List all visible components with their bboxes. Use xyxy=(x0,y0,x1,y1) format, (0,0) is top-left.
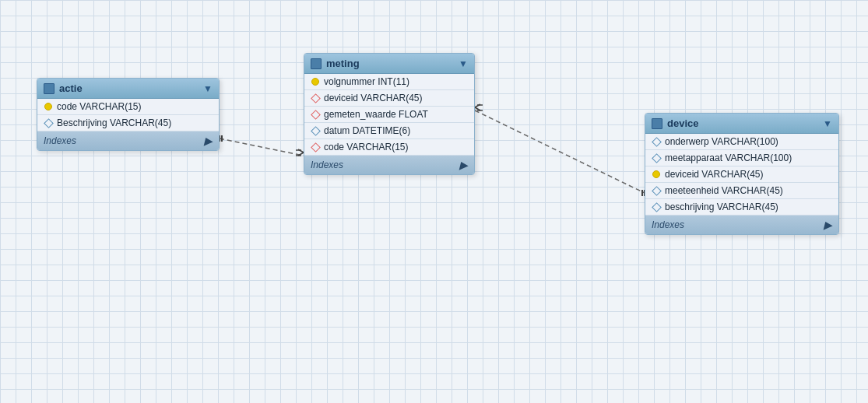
meting-indexes[interactable]: Indexes ▶ xyxy=(304,156,474,174)
device-field-deviceid: deviceid VARCHAR(45) xyxy=(645,166,838,183)
diamond-icon-3 xyxy=(311,110,320,119)
actie-code-text: code VARCHAR(15) xyxy=(57,101,141,112)
meting-header[interactable]: meting ▼ xyxy=(304,54,474,74)
device-table: device ▼ onderwerp VARCHAR(100) meetappa… xyxy=(645,113,839,235)
meting-volgnummer-text: volgnummer INT(11) xyxy=(324,76,409,87)
meting-field-gemeten-waarde: gemeten_waarde FLOAT xyxy=(304,107,474,123)
diamond-icon-2 xyxy=(311,93,320,103)
device-indexes-label: Indexes xyxy=(652,219,684,230)
diamond-icon-4 xyxy=(311,126,320,135)
diamond-icon-6 xyxy=(652,137,661,146)
svg-line-11 xyxy=(475,107,480,110)
svg-line-0 xyxy=(220,138,304,156)
actie-chevron[interactable]: ▼ xyxy=(203,83,213,94)
actie-table: actie ▼ code VARCHAR(15) Beschrijving VA… xyxy=(37,78,220,151)
actie-indexes-label: Indexes xyxy=(44,135,76,146)
meting-table-icon xyxy=(311,58,322,69)
key-icon-2 xyxy=(311,77,320,86)
key-icon xyxy=(44,102,53,111)
actie-title: actie xyxy=(59,82,83,94)
meting-title: meting xyxy=(326,58,360,69)
device-indexes[interactable]: Indexes ▶ xyxy=(645,216,838,234)
device-title: device xyxy=(667,117,698,129)
actie-beschrijving-text: Beschrijving VARCHAR(45) xyxy=(57,117,171,128)
diamond-icon xyxy=(44,118,53,128)
device-beschrijving-text: beschrijving VARCHAR(45) xyxy=(665,202,778,212)
device-indexes-arrow: ▶ xyxy=(824,219,832,231)
meting-indexes-label: Indexes xyxy=(311,159,343,170)
device-deviceid-text: deviceid VARCHAR(45) xyxy=(665,169,764,180)
diamond-icon-8 xyxy=(652,186,661,195)
actie-header[interactable]: actie ▼ xyxy=(37,79,219,99)
actie-field-code: code VARCHAR(15) xyxy=(37,99,219,115)
meting-deviceid-text: deviceid VARCHAR(45) xyxy=(324,93,423,103)
diamond-icon-9 xyxy=(652,202,661,212)
device-field-meeteenheid: meeteenheid VARCHAR(45) xyxy=(645,183,838,199)
svg-line-10 xyxy=(475,104,480,107)
meting-indexes-arrow: ▶ xyxy=(459,159,468,171)
meting-datum-text: datum DATETIME(6) xyxy=(324,125,410,136)
device-field-meetapparaat: meetapparaat VARCHAR(100) xyxy=(645,150,838,166)
meting-code-text: code VARCHAR(15) xyxy=(324,142,408,152)
svg-line-4 xyxy=(298,152,304,156)
device-field-onderwerp: onderwerp VARCHAR(100) xyxy=(645,134,838,150)
meting-gemeten-text: gemeten_waarde FLOAT xyxy=(324,109,428,120)
actie-indexes-arrow: ▶ xyxy=(204,135,213,147)
meting-chevron[interactable]: ▼ xyxy=(459,58,468,69)
diamond-icon-5 xyxy=(311,142,320,152)
diamond-icon-7 xyxy=(652,153,661,163)
meting-table: meting ▼ volgnummer INT(11) deviceid VAR… xyxy=(304,53,475,175)
actie-table-icon xyxy=(44,83,54,94)
key-icon-3 xyxy=(652,170,661,179)
svg-line-3 xyxy=(298,149,304,152)
device-onderwerp-text: onderwerp VARCHAR(100) xyxy=(665,136,778,147)
svg-line-7 xyxy=(475,110,645,193)
meting-field-deviceid: deviceid VARCHAR(45) xyxy=(304,90,474,107)
meting-field-datum: datum DATETIME(6) xyxy=(304,123,474,139)
actie-field-beschrijving: Beschrijving VARCHAR(45) xyxy=(37,115,219,131)
device-table-icon xyxy=(652,118,662,129)
device-meeteenheid-text: meeteenheid VARCHAR(45) xyxy=(665,185,783,196)
meting-field-volgnummer: volgnummer INT(11) xyxy=(304,74,474,90)
device-meetapparaat-text: meetapparaat VARCHAR(100) xyxy=(665,152,792,163)
meting-field-code: code VARCHAR(15) xyxy=(304,139,474,156)
device-chevron[interactable]: ▼ xyxy=(823,118,832,129)
device-header[interactable]: device ▼ xyxy=(645,114,838,134)
actie-indexes[interactable]: Indexes ▶ xyxy=(37,131,219,150)
device-field-beschrijving: beschrijving VARCHAR(45) xyxy=(645,199,838,216)
